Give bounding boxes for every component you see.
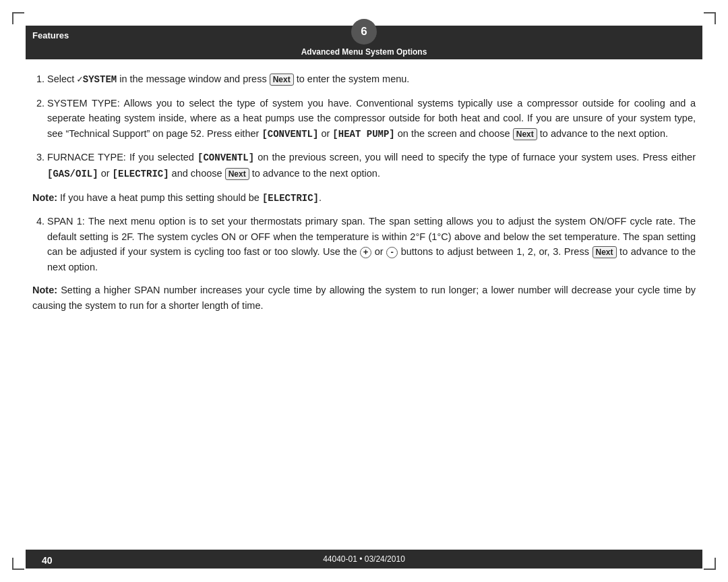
item2-text: SYSTEM TYPE: Allows you to select the ty… xyxy=(47,98,696,139)
next-btn-2: Next xyxy=(513,128,537,140)
sub-header: Advanced Menu System Options xyxy=(26,45,702,59)
list-item-3: FURNACE TYPE: If you selected [CONVENTL]… xyxy=(47,150,696,181)
list-item-2: SYSTEM TYPE: Allows you to select the ty… xyxy=(47,96,696,142)
note1-text: If you have a heat pump this setting sho… xyxy=(57,192,322,203)
item1-text: Select ✓SYSTEM in the message window and… xyxy=(47,74,409,84)
next-btn-4: Next xyxy=(593,246,617,258)
minus-btn: - xyxy=(386,247,398,258)
item3-mono2: [GAS/OIL] xyxy=(47,169,98,179)
item2-mono2: [HEAT PUMP] xyxy=(332,129,394,140)
sub-header-title: Advanced Menu System Options xyxy=(301,47,427,57)
main-content: Select ✓SYSTEM in the message window and… xyxy=(26,65,702,542)
header-title: Features xyxy=(32,30,69,40)
footer-bar: 44040-01 • 03/24/2010 xyxy=(26,550,702,569)
page-wrapper: Features 6 Advanced Menu System Options … xyxy=(0,0,728,582)
corner-tr xyxy=(704,12,716,24)
corner-br xyxy=(704,558,716,570)
list-item-1: Select ✓SYSTEM in the message window and… xyxy=(47,71,696,88)
corner-tl xyxy=(12,12,24,24)
list-item-4: SPAN 1: The next menu option is to set y… xyxy=(47,214,696,274)
corner-bl xyxy=(12,558,24,570)
footer-text: 44040-01 • 03/24/2010 xyxy=(323,554,405,564)
note1-mono: [ELECTRIC] xyxy=(262,193,319,204)
page-num-bottom: 40 xyxy=(35,554,59,567)
plus-btn: + xyxy=(360,247,371,258)
note1-bold: Note: xyxy=(32,192,57,203)
next-btn-3: Next xyxy=(225,168,249,180)
item3-text: FURNACE TYPE: If you selected [CONVENTL]… xyxy=(47,152,696,179)
item3-mono1: [CONVENTL] xyxy=(198,152,254,163)
next-btn-1: Next xyxy=(270,74,294,86)
note2-text: Setting a higher SPAN number increases y… xyxy=(32,285,696,310)
note-2: Note: Setting a higher SPAN number incre… xyxy=(32,283,696,313)
note-1: Note: If you have a heat pump this setti… xyxy=(32,190,696,206)
item2-mono1: [CONVENTL] xyxy=(262,129,318,140)
list-cont: SPAN 1: The next menu option is to set y… xyxy=(32,214,696,274)
note2-bold: Note: xyxy=(32,285,57,295)
page-number-circle: 6 xyxy=(351,19,377,45)
main-list: Select ✓SYSTEM in the message window and… xyxy=(32,71,696,182)
item3-mono3: [ELECTRIC] xyxy=(113,169,169,179)
item4-text: SPAN 1: The next menu option is to set y… xyxy=(47,216,696,272)
item1-mono: ✓SYSTEM xyxy=(77,74,117,85)
